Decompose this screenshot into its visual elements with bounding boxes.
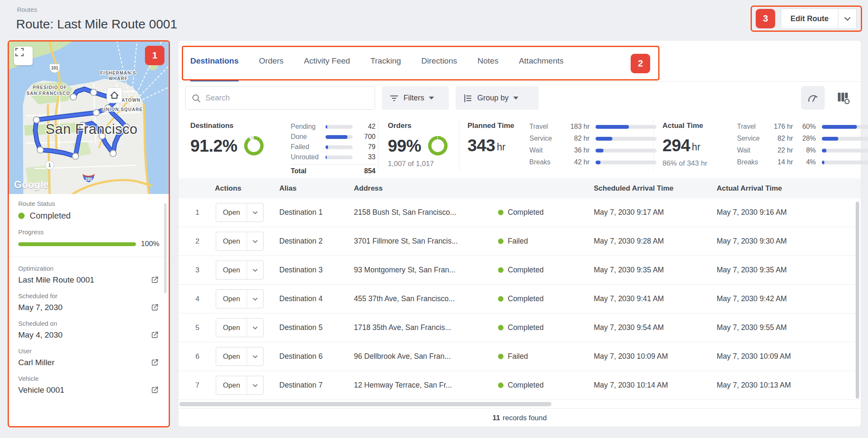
stat-actual-time: Actual Time 294 hr 86% of 343 hr Travel1… bbox=[662, 122, 853, 168]
stat-planned-time: Planned Time 343 hr Travel183 hr Service… bbox=[467, 122, 658, 155]
svg-text:WHARF: WHARF bbox=[108, 76, 128, 81]
status: Completed bbox=[493, 294, 589, 303]
edit-route-button[interactable]: Edit Route bbox=[781, 8, 857, 29]
actual-arrival: May 7, 2030 9:16 AM bbox=[712, 208, 848, 217]
col-actions[interactable]: Actions bbox=[210, 184, 274, 193]
horizontal-scrollbar-thumb[interactable] bbox=[179, 402, 551, 406]
edit-route-dropdown[interactable] bbox=[838, 9, 856, 28]
actual-breakdown: Travel176 hr60% Service82 hr28% Wait22 h… bbox=[737, 121, 868, 168]
pending-bar bbox=[326, 125, 353, 129]
annotation-badge-1: 1 bbox=[145, 46, 164, 65]
table-row: 6 Open Destination 6 96 Dellbrook Ave, S… bbox=[178, 342, 861, 371]
wait-bar bbox=[595, 149, 657, 152]
sidebar-scrollbar[interactable] bbox=[164, 203, 167, 293]
address: 1718 35th Ave, San Francis... bbox=[349, 323, 493, 332]
svg-text:101: 101 bbox=[51, 66, 58, 70]
breaks-bar bbox=[822, 161, 868, 164]
breadcrumb[interactable]: Routes bbox=[17, 6, 37, 13]
edit-route-label: Edit Route bbox=[781, 9, 838, 28]
address: 3701 Fillmore St, San Francis... bbox=[349, 237, 493, 246]
status: Completed bbox=[493, 266, 589, 274]
col-address[interactable]: Address bbox=[349, 184, 493, 193]
tab-tracking[interactable]: Tracking bbox=[370, 41, 401, 81]
route-map[interactable]: 101 1 280 FISHERMAN'S WHARF PRESIDIO OF … bbox=[9, 42, 169, 194]
scheduled-arrival: May 7, 2030 9:35 AM bbox=[589, 266, 712, 274]
fullscreen-icon bbox=[14, 47, 25, 58]
search-input[interactable] bbox=[206, 94, 369, 103]
alias: Destination 4 bbox=[274, 294, 349, 303]
table-row: 4 Open Destination 4 455 37th Ave, San F… bbox=[178, 285, 861, 313]
service-bar bbox=[595, 137, 657, 141]
svg-text:1: 1 bbox=[48, 163, 51, 168]
open-dropdown[interactable] bbox=[247, 261, 263, 279]
open-button[interactable]: Open bbox=[216, 261, 264, 280]
open-dropdown[interactable] bbox=[247, 290, 263, 308]
col-actual[interactable]: Actual Arrival Time bbox=[712, 184, 848, 193]
alias: Destination 2 bbox=[274, 237, 349, 246]
tab-orders[interactable]: Orders bbox=[259, 41, 284, 81]
tab-activity-feed[interactable]: Activity Feed bbox=[304, 41, 350, 81]
address: 12 Hemway Terrace, San Fr... bbox=[349, 381, 493, 390]
external-link-icon[interactable] bbox=[150, 330, 159, 340]
open-dropdown[interactable] bbox=[247, 203, 263, 222]
annotation-box-3: 3 Edit Route bbox=[751, 6, 862, 32]
actual-arrival: May 7, 2030 9:35 AM bbox=[712, 266, 848, 274]
dashboard-gauge-button[interactable] bbox=[801, 86, 825, 110]
external-link-icon[interactable] bbox=[150, 358, 159, 367]
group-by-button[interactable]: Group by bbox=[456, 86, 539, 110]
open-button[interactable]: Open bbox=[216, 347, 264, 366]
col-scheduled[interactable]: Scheduled Arrival Time bbox=[589, 184, 712, 193]
status-dot-icon bbox=[498, 296, 504, 302]
vertical-scrollbar[interactable] bbox=[856, 202, 859, 399]
search-box[interactable] bbox=[185, 86, 375, 110]
open-button[interactable]: Open bbox=[216, 203, 264, 222]
open-dropdown[interactable] bbox=[247, 319, 263, 337]
status-dot-icon bbox=[498, 210, 504, 215]
status: Failed bbox=[493, 237, 589, 246]
orders-percent: 99% bbox=[388, 136, 421, 155]
route-info: Route Status Completed Progress 100% Opt… bbox=[9, 194, 169, 395]
status-dot-icon bbox=[498, 267, 504, 273]
open-button[interactable]: Open bbox=[216, 318, 264, 337]
status: Completed bbox=[493, 381, 589, 390]
actual-arrival: May 7, 2030 9:55 AM bbox=[712, 323, 848, 332]
tab-attachments[interactable]: Attachments bbox=[519, 41, 564, 81]
tab-destinations[interactable]: Destinations bbox=[190, 41, 239, 81]
orders-subtext: 1,007 of 1,017 bbox=[388, 160, 448, 168]
address: 96 Dellbrook Ave, San Fran... bbox=[349, 352, 493, 361]
progress-value: 100% bbox=[141, 240, 159, 248]
external-link-icon[interactable] bbox=[150, 385, 159, 395]
destinations-percent: 91.2% bbox=[190, 136, 237, 155]
address: 455 37th Ave, San Francisco... bbox=[349, 294, 493, 303]
stat-destinations: Destinations 91.2% Pending42 Done700 Fai… bbox=[190, 122, 377, 155]
external-link-icon[interactable] bbox=[150, 303, 159, 312]
travel-bar bbox=[595, 125, 657, 129]
progress-fill bbox=[18, 242, 136, 246]
table-settings-button[interactable] bbox=[833, 86, 854, 110]
divider bbox=[9, 257, 169, 257]
open-dropdown[interactable] bbox=[247, 347, 263, 366]
open-button[interactable]: Open bbox=[216, 289, 264, 308]
filters-button[interactable]: Filters bbox=[382, 86, 449, 110]
horizontal-scrollbar[interactable] bbox=[178, 400, 861, 408]
depot-marker bbox=[107, 88, 122, 103]
alias: Destination 5 bbox=[274, 323, 349, 332]
open-dropdown[interactable] bbox=[247, 232, 263, 250]
records-found: 11 records found bbox=[178, 408, 861, 427]
planned-hours: 343 bbox=[467, 136, 495, 155]
tab-directions[interactable]: Directions bbox=[421, 41, 457, 81]
col-alias[interactable]: Alias bbox=[274, 184, 349, 193]
open-button[interactable]: Open bbox=[216, 232, 264, 251]
open-dropdown[interactable] bbox=[247, 376, 263, 394]
annotation-badge-3: 3 bbox=[756, 9, 775, 28]
scheduled-arrival: May 7, 2030 9:54 AM bbox=[589, 323, 712, 332]
map-fullscreen-button[interactable] bbox=[14, 47, 33, 65]
scheduled-arrival: May 7, 2030 9:17 AM bbox=[589, 208, 712, 217]
scheduled-arrival: May 7, 2030 10:14 AM bbox=[589, 381, 712, 390]
tab-notes[interactable]: Notes bbox=[478, 41, 499, 81]
status-dot-icon bbox=[498, 383, 504, 388]
open-button[interactable]: Open bbox=[216, 376, 264, 395]
route-summary-card: 101 1 280 FISHERMAN'S WHARF PRESIDIO OF … bbox=[8, 40, 170, 427]
external-link-icon[interactable] bbox=[150, 275, 159, 285]
status: Completed bbox=[493, 208, 589, 217]
